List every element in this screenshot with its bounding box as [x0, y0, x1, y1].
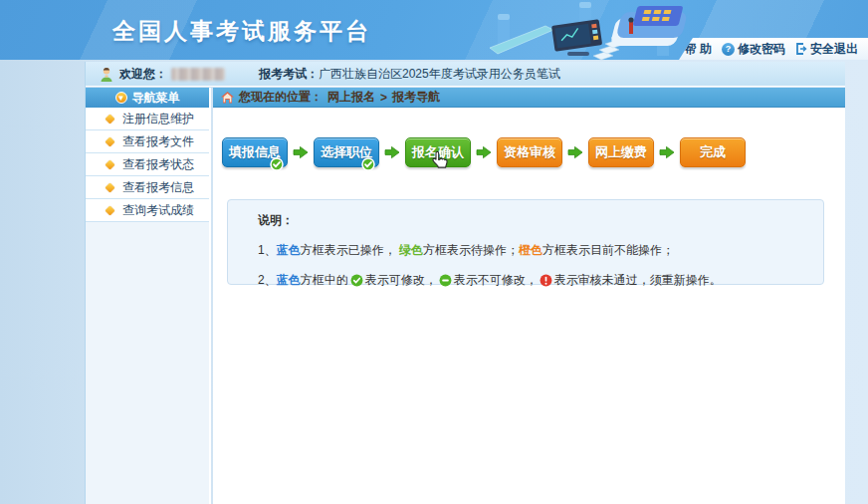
- username-redacted: [171, 68, 225, 81]
- line-text: 表示不可修改，: [454, 272, 538, 289]
- line-text: 方框中的: [301, 272, 348, 289]
- exam-label: 报考考试：: [259, 66, 319, 83]
- content-wrapper: 欢迎您： 报考考试： 广西壮族自治区2025年度考试录用公务员笔试 ▼ 导航菜单…: [85, 62, 844, 504]
- flow-arrow-icon: [384, 144, 400, 160]
- line-text: 方框表示已操作，: [301, 242, 396, 259]
- question-icon: ?: [722, 43, 735, 56]
- flow-arrow-icon: [476, 144, 492, 160]
- step-online-payment[interactable]: 网上缴费: [588, 137, 654, 167]
- breadcrumb: 您现在的位置： 网上报名 > 报考导航: [213, 88, 845, 108]
- main-panel: 填报信息 选择职位 报名确认 资格审核: [213, 108, 845, 504]
- review-failed-exclamation-icon: [540, 274, 552, 287]
- green-word: 绿色: [399, 242, 423, 259]
- diamond-bullet-icon: [106, 136, 115, 146]
- flow-arrow-icon: [293, 144, 309, 160]
- step-label: 网上缴费: [595, 143, 647, 161]
- line-text: 方框表示待操作；: [423, 242, 519, 259]
- logout-label: 安全退出: [810, 41, 858, 58]
- step-complete[interactable]: 完成: [680, 137, 746, 167]
- sidebar-item-register-info[interactable]: 注册信息维护: [86, 108, 209, 130]
- check-badge-icon: [361, 157, 375, 171]
- step-label: 资格审核: [504, 143, 555, 161]
- sidebar-item-exam-results[interactable]: 查询考试成绩: [86, 199, 209, 222]
- welcome-bar: 欢迎您： 报考考试： 广西壮族自治区2025年度考试录用公务员笔试: [86, 62, 845, 87]
- exam-name: 广西壮族自治区2025年度考试录用公务员笔试: [319, 66, 560, 83]
- breadcrumb-path: 网上报名: [327, 89, 375, 106]
- line-number: 2、: [258, 272, 277, 289]
- not-modifiable-minus-icon: [439, 274, 452, 287]
- change-password-label: 修改密码: [738, 41, 785, 58]
- sidebar-item-label: 查看报考状态: [122, 156, 194, 173]
- line-text: 表示可修改，: [365, 272, 437, 289]
- hand-cursor-icon: [430, 149, 450, 173]
- header-links-tab: 帮 助 ? 修改密码 安全退出: [679, 38, 868, 60]
- sidebar-item-label: 查询考试成绩: [122, 202, 194, 219]
- line-text: 表示审核未通过，须重新操作。: [554, 272, 722, 289]
- sidebar-item-application-status[interactable]: 查看报考状态: [86, 153, 209, 176]
- breadcrumb-current: 报考导航: [392, 89, 440, 106]
- greeting-label: 欢迎您：: [119, 66, 167, 83]
- sidebar-item-label: 注册信息维护: [122, 111, 194, 127]
- step-confirm-registration[interactable]: 报名确认: [405, 137, 471, 167]
- flow-arrow-icon: [659, 144, 675, 160]
- sidebar-header-label: 导航菜单: [132, 90, 180, 107]
- breadcrumb-location-label: 您现在的位置：: [239, 89, 323, 106]
- sidebar-item-exam-documents[interactable]: 查看报考文件: [86, 130, 209, 153]
- line-text: 方框表示目前不能操作；: [542, 242, 674, 259]
- app-header: 全国人事考试服务平台: [0, 0, 868, 60]
- change-password-link[interactable]: ? 修改密码: [722, 41, 785, 58]
- home-icon: [221, 92, 234, 104]
- instruction-line-1: 1、 蓝色 方框表示已操作， 绿色 方框表示待操作； 橙色 方框表示目前不能操作…: [258, 242, 813, 259]
- diamond-bullet-icon: [106, 159, 115, 169]
- site-title: 全国人事考试服务平台: [112, 16, 371, 47]
- page: 全国人事考试服务平台: [0, 0, 868, 504]
- logout-link[interactable]: 安全退出: [795, 41, 858, 58]
- blue-word: 蓝色: [277, 272, 301, 289]
- step-qualification-review[interactable]: 资格审核: [497, 137, 562, 167]
- instructions-box: 说明： 1、 蓝色 方框表示已操作， 绿色 方框表示待操作； 橙色 方框表示目前…: [227, 199, 824, 285]
- flow-arrow-icon: [567, 144, 583, 160]
- line-number: 1、: [258, 242, 277, 259]
- instruction-line-2: 2、 蓝色 方框中的 表示可修改， 表示不可修改， 表示审核未通过，须重新操作。: [258, 272, 813, 289]
- diamond-bullet-icon: [106, 205, 115, 215]
- exit-icon: [795, 43, 807, 55]
- sidebar-item-label: 查看报考信息: [122, 179, 194, 196]
- blue-word: 蓝色: [277, 242, 301, 259]
- step-select-position[interactable]: 选择职位: [314, 137, 379, 167]
- diamond-bullet-icon: [106, 114, 115, 124]
- diamond-bullet-icon: [106, 182, 115, 192]
- step-label: 完成: [700, 143, 726, 161]
- chevron-down-icon: ▼: [115, 92, 127, 104]
- header-illustration: [490, 0, 694, 60]
- sidebar-item-label: 查看报考文件: [122, 133, 194, 150]
- orange-word: 橙色: [519, 242, 542, 259]
- step-fill-info[interactable]: 填报信息: [222, 137, 288, 167]
- sidebar: ▼ 导航菜单 注册信息维护 查看报考文件 查看报考状态 查看报考信息 查询: [86, 88, 211, 504]
- process-flow: 填报信息 选择职位 报名确认 资格审核: [222, 137, 746, 167]
- modifiable-check-icon: [350, 274, 363, 287]
- user-avatar-icon: [100, 67, 113, 82]
- sidebar-item-application-info[interactable]: 查看报考信息: [86, 176, 209, 199]
- sidebar-header: ▼ 导航菜单: [86, 88, 209, 108]
- check-badge-icon: [270, 157, 284, 171]
- instructions-title: 说明：: [258, 212, 813, 229]
- breadcrumb-separator: >: [380, 91, 387, 105]
